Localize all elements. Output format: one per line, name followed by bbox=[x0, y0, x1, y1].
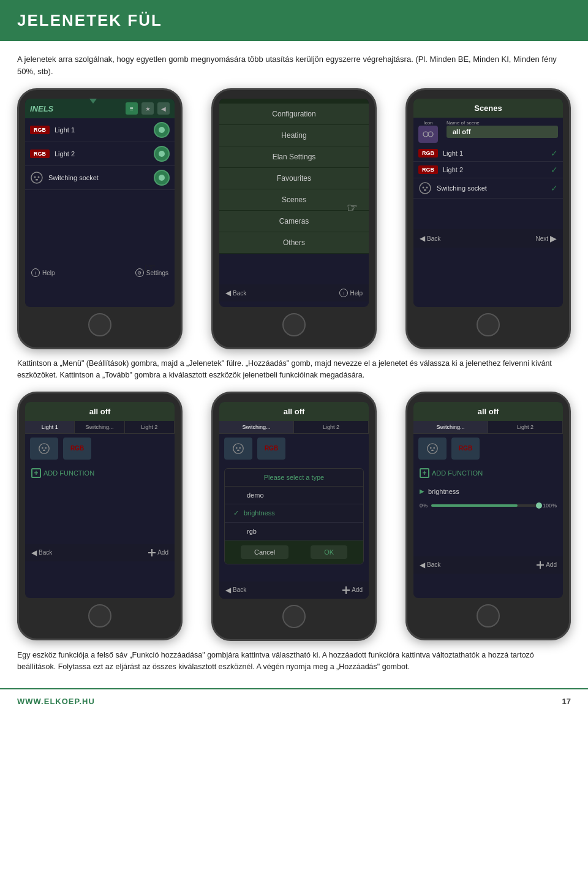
phone-row-2: all off Light 1 Switching... Light 2 bbox=[17, 392, 571, 641]
brightness-arrow: ▶ bbox=[420, 488, 424, 495]
home-button-4[interactable] bbox=[88, 604, 111, 627]
home-button-1[interactable] bbox=[88, 313, 111, 336]
toggle-light2[interactable] bbox=[154, 146, 170, 162]
back-btn-5[interactable]: ◀ Back bbox=[225, 586, 246, 594]
svg-point-1 bbox=[34, 176, 36, 178]
alloff-title-5: all off bbox=[219, 402, 369, 421]
menu-icon[interactable]: ≡ bbox=[126, 102, 138, 115]
tab-switching[interactable]: Switching... bbox=[75, 421, 124, 433]
phone-3: Scenes Icon Name of scene all of bbox=[405, 88, 571, 349]
add-btn-6[interactable]: Add bbox=[537, 561, 557, 569]
home-button-6[interactable] bbox=[477, 604, 500, 627]
scene-rgb-2: RGB bbox=[418, 165, 438, 174]
svg-point-7 bbox=[423, 187, 424, 189]
toggle-light1[interactable] bbox=[154, 122, 170, 138]
back-icon[interactable]: ◀ bbox=[157, 102, 170, 115]
phone-1-screen: iNELS ≡ ★ ◀ RGB Light 1 RGB Lig bbox=[25, 99, 175, 307]
menu-elan[interactable]: Elan Settings bbox=[219, 146, 369, 168]
add-icon-5 bbox=[342, 586, 350, 594]
type-brightness[interactable]: ✓ brightness bbox=[225, 504, 363, 523]
menu-favourites[interactable]: Favourites bbox=[219, 168, 369, 189]
bottom-text: Egy eszköz funkciója a felső sáv „Funkci… bbox=[17, 650, 571, 673]
menu-scenes[interactable]: Scenes ☞ bbox=[219, 189, 369, 211]
home-button-5[interactable] bbox=[282, 605, 306, 628]
home-button-2[interactable] bbox=[282, 313, 306, 336]
scene-device-light1: RGB Light 1 ✓ bbox=[413, 145, 563, 162]
scene-name-row: Icon Name of scene all off bbox=[413, 118, 563, 145]
page-title: JELENETEK FÜL bbox=[17, 11, 571, 30]
mid-text: Kattintson a „Menü" (Beállítások) gombra… bbox=[17, 358, 571, 382]
phone-2-screen: Configuration Heating Elan Settings Favo… bbox=[219, 99, 369, 307]
type-selection-popup: Please select a type demo ✓ brightness r… bbox=[224, 468, 364, 564]
tab6-switching[interactable]: Switching... bbox=[413, 421, 488, 433]
slider-thumb[interactable] bbox=[536, 502, 542, 509]
device-icon-socket-6 bbox=[418, 438, 447, 460]
menu-others[interactable]: Others bbox=[219, 232, 369, 254]
phone2-footer: ◀ Back i Help bbox=[219, 284, 369, 301]
ok-btn[interactable]: OK bbox=[311, 545, 347, 559]
rgb-tag-1: RGB bbox=[30, 126, 50, 134]
slider-min: 0% bbox=[420, 502, 428, 509]
add-btn-4[interactable]: Add bbox=[148, 548, 168, 557]
check-brightness: ✓ bbox=[233, 509, 239, 517]
svg-point-6 bbox=[420, 183, 431, 194]
svg-point-0 bbox=[31, 172, 42, 183]
back-btn-3[interactable]: ◀ Back bbox=[420, 233, 440, 243]
add-function-btn[interactable]: + ADD FUNCTION bbox=[25, 463, 175, 483]
tab6-light2[interactable]: Light 2 bbox=[488, 421, 563, 433]
add-btn-5[interactable]: Add bbox=[342, 586, 363, 594]
popup-title: Please select a type bbox=[225, 469, 363, 487]
tab-light2[interactable]: Light 2 bbox=[125, 421, 175, 433]
svg-rect-25 bbox=[431, 450, 434, 451]
phone-1: iNELS ≡ ★ ◀ RGB Light 1 RGB Lig bbox=[17, 88, 183, 349]
phone-2: Configuration Heating Elan Settings Favo… bbox=[211, 88, 377, 349]
help-btn-2[interactable]: i Help bbox=[339, 289, 363, 297]
phone3-footer: ◀ Back Next ▶ bbox=[413, 229, 563, 248]
slider-track[interactable] bbox=[431, 504, 539, 507]
brightness-slider[interactable]: 0% 100% bbox=[413, 500, 563, 514]
device-icon-socket-5 bbox=[224, 438, 252, 460]
check-socket: ✓ bbox=[551, 183, 558, 193]
alloff-icons-5: RGB bbox=[219, 434, 369, 463]
alloff-icons-6: RGB bbox=[413, 434, 563, 463]
screen1-header: iNELS ≡ ★ ◀ bbox=[25, 99, 175, 118]
hand-cursor-1: ☞ bbox=[144, 260, 156, 276]
home-button-3[interactable] bbox=[477, 313, 500, 336]
menu-heating[interactable]: Heating bbox=[219, 125, 369, 146]
tab5-switching[interactable]: Switching... bbox=[219, 421, 294, 433]
device-icon-rgb-5: RGB bbox=[257, 438, 285, 460]
type-rgb[interactable]: rgb bbox=[225, 523, 363, 540]
svg-rect-13 bbox=[43, 450, 45, 451]
svg-point-17 bbox=[236, 447, 238, 449]
svg-point-23 bbox=[430, 447, 432, 449]
back-btn-6[interactable]: ◀ Back bbox=[420, 561, 440, 569]
phone-5-screen: all off Switching... Light 2 bbox=[219, 402, 369, 599]
toggle-socket[interactable] bbox=[154, 170, 170, 186]
back-btn-4[interactable]: ◀ Back bbox=[31, 548, 52, 557]
next-btn-3[interactable]: Next ▶ bbox=[535, 233, 557, 243]
scene-icon-preview bbox=[418, 126, 438, 143]
device-icon-rgb: RGB bbox=[63, 438, 91, 460]
phone-3-screen: Scenes Icon Name of scene all of bbox=[413, 99, 563, 307]
alloff-title-4: all off bbox=[25, 402, 175, 421]
header-icons: ≡ ★ ◀ bbox=[126, 102, 170, 115]
tab-light1[interactable]: Light 1 bbox=[25, 421, 75, 433]
cancel-btn[interactable]: Cancel bbox=[241, 545, 288, 559]
slider-fill bbox=[431, 504, 518, 507]
hand-cursor-scenes: ☞ bbox=[347, 200, 358, 215]
settings-icon: ⚙ bbox=[135, 268, 144, 277]
add-function-btn-6[interactable]: + ADD FUNCTION bbox=[413, 463, 563, 483]
tab5-light2[interactable]: Light 2 bbox=[294, 421, 369, 433]
help-btn[interactable]: i Help bbox=[31, 268, 55, 277]
scene-socket-icon bbox=[418, 181, 432, 195]
type-demo[interactable]: demo bbox=[225, 487, 363, 504]
svg-point-4 bbox=[423, 132, 428, 137]
scenes-title: Scenes bbox=[413, 99, 563, 118]
menu-configuration[interactable]: Configuration bbox=[219, 104, 369, 125]
check-light2: ✓ bbox=[551, 165, 558, 175]
inels-logo: iNELS bbox=[30, 104, 53, 113]
svg-point-8 bbox=[426, 187, 428, 189]
star-icon[interactable]: ★ bbox=[141, 102, 154, 115]
device-icon-socket bbox=[30, 438, 58, 460]
back-btn-2[interactable]: ◀ Back bbox=[225, 289, 246, 297]
